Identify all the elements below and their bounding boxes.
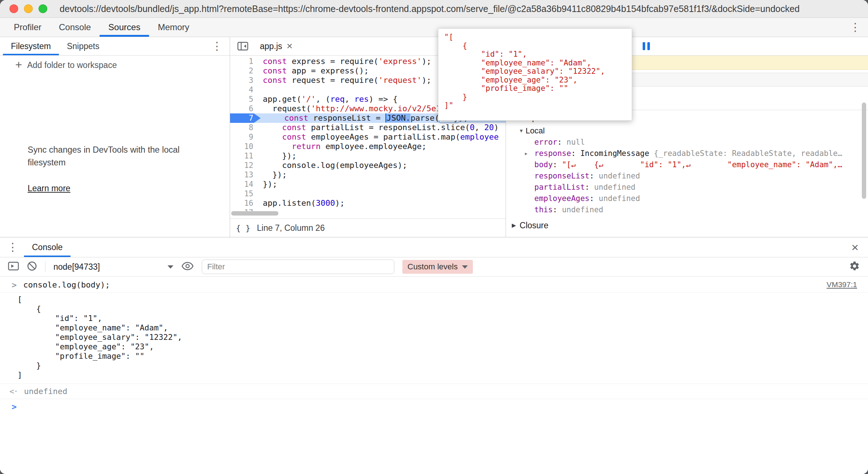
navigator-more-icon[interactable]: ⋮ xyxy=(204,41,230,52)
line-number[interactable]: 6 xyxy=(230,104,258,113)
execution-context-select[interactable]: node[94733] xyxy=(53,262,173,272)
code-line[interactable]: 13 }); xyxy=(230,170,506,180)
line-number[interactable]: 2 xyxy=(230,66,258,76)
code-text xyxy=(258,189,263,198)
console-result-entry[interactable]: <· undefined xyxy=(0,384,868,399)
scope-property-this[interactable]: this: undefined xyxy=(506,204,868,216)
console-messages[interactable]: > console.log(body); VM397:1 [ { "id": "… xyxy=(0,277,868,474)
chevron-right-icon[interactable]: ▸ xyxy=(525,148,527,159)
scope-property-body[interactable]: body: "[↵ {↵ "id": "1",↵ "employee_name"… xyxy=(506,159,868,170)
drawer-menu-icon[interactable]: ⋮ xyxy=(0,242,24,253)
navigator-tab-snippets[interactable]: Snippets xyxy=(59,37,108,55)
console-settings-gear-icon[interactable] xyxy=(849,261,860,273)
line-number[interactable]: 3 xyxy=(230,76,258,85)
line-number[interactable]: 14 xyxy=(230,180,258,189)
scope-property-employeeAges[interactable]: employeeAges: undefined xyxy=(506,193,868,204)
console-command-entry[interactable]: > console.log(body); VM397:1 xyxy=(0,277,868,293)
line-number[interactable]: 4 xyxy=(230,85,258,95)
input-chevron-icon: > xyxy=(12,280,17,290)
line-number[interactable]: 16 xyxy=(230,198,258,208)
line-number[interactable]: 9 xyxy=(230,132,258,142)
console-output-entry[interactable]: [ { "id": "1", "employee_name": "Adam", … xyxy=(0,293,868,384)
code-text: app.listen(3000); xyxy=(258,198,345,208)
code-text: const partialList = responseList.slice(0… xyxy=(258,123,499,132)
property-name: response xyxy=(534,149,571,158)
code-line[interactable]: 9 const employeeAges = partialList.map(e… xyxy=(230,132,506,142)
scope-property-responseList[interactable]: responseList: undefined xyxy=(506,170,868,182)
eye-icon[interactable] xyxy=(181,262,194,272)
toggle-navigator-icon[interactable] xyxy=(234,42,251,51)
code-line[interactable]: 15 xyxy=(230,189,506,198)
tab-console[interactable]: Console xyxy=(24,237,71,257)
code-line[interactable]: 16app.listen(3000); xyxy=(230,198,506,208)
property-value: undefined xyxy=(599,172,640,180)
line-number[interactable]: 12 xyxy=(230,161,258,170)
variable-value-tooltip: "[ { "id": "1", "employee_name": "Adam",… xyxy=(438,28,632,121)
code-line[interactable]: 11 }); xyxy=(230,151,506,161)
clear-console-icon[interactable] xyxy=(27,261,37,273)
property-value: undefined xyxy=(562,205,603,214)
minimize-window-button[interactable] xyxy=(24,4,33,13)
add-folder-button[interactable]: + Add folder to workspace xyxy=(0,56,230,75)
log-levels-label: Custom levels xyxy=(407,262,458,272)
scope-local-header[interactable]: ▾ Local xyxy=(506,125,868,137)
code-text: }); xyxy=(258,170,287,180)
console-sidebar-toggle-icon[interactable] xyxy=(8,261,19,272)
panel-tab-bar: ProfilerConsoleSourcesMemory ⋮ xyxy=(0,18,868,37)
code-line[interactable]: 10 return employee.employeeAge; xyxy=(230,142,506,151)
filter-input[interactable] xyxy=(202,260,394,274)
code-line[interactable]: 12 console.log(employeeAges); xyxy=(230,161,506,170)
scope-closure-header[interactable]: ▶ Closure xyxy=(506,218,868,232)
scope-property-partialList[interactable]: partialList: undefined xyxy=(506,182,868,193)
property-class: IncomingMessage xyxy=(580,149,654,158)
log-levels-dropdown[interactable]: Custom levels xyxy=(402,260,473,274)
close-tab-icon[interactable]: × xyxy=(286,41,292,51)
more-options-icon[interactable]: ⋮ xyxy=(843,22,868,33)
scope-property-response[interactable]: ▸response: IncomingMessage {_readableSta… xyxy=(506,148,868,159)
code-line[interactable]: 8 const partialList = responseList.slice… xyxy=(230,123,506,132)
chevron-right-icon: ▶ xyxy=(512,222,516,229)
property-name: partialList xyxy=(534,183,585,192)
navigator-tabbar: FilesystemSnippets ⋮ xyxy=(0,37,230,56)
titlebar: devtools://devtools/bundled/js_app.html?… xyxy=(0,0,868,18)
code-text: }); xyxy=(258,151,297,161)
console-prompt[interactable]: > xyxy=(0,399,868,416)
editor-tab-appjs[interactable]: app.js × xyxy=(253,37,299,55)
window-title-url: devtools://devtools/bundled/js_app.html?… xyxy=(60,4,800,14)
source-link[interactable]: VM397:1 xyxy=(827,280,857,289)
sync-message: Sync changes in DevTools with the local … xyxy=(28,144,184,169)
property-name: this xyxy=(534,205,553,214)
close-drawer-icon[interactable]: × xyxy=(842,241,868,253)
tab-profiler[interactable]: Profiler xyxy=(5,18,50,37)
pretty-print-icon[interactable]: { } xyxy=(236,224,250,233)
line-number[interactable]: 1 xyxy=(230,57,258,66)
code-text: const request = require('request'); xyxy=(258,76,431,85)
tab-memory[interactable]: Memory xyxy=(149,18,198,37)
zoom-window-button[interactable] xyxy=(39,4,47,13)
chevron-down-icon xyxy=(462,265,468,269)
line-number[interactable]: 15 xyxy=(230,189,258,198)
scope-property-error[interactable]: error: null xyxy=(506,137,868,148)
line-number[interactable]: 13 xyxy=(230,170,258,180)
code-line[interactable]: 14}); xyxy=(230,180,506,189)
execution-line-marker[interactable]: 7 xyxy=(230,113,261,123)
navigator-tab-filesystem[interactable]: Filesystem xyxy=(3,37,59,55)
line-number[interactable]: 10 xyxy=(230,142,258,151)
navigator-pane: FilesystemSnippets ⋮ + Add folder to wor… xyxy=(0,37,230,237)
tab-console[interactable]: Console xyxy=(50,18,100,37)
toolbar-divider xyxy=(45,261,45,272)
learn-more-link[interactable]: Learn more xyxy=(28,184,75,193)
property-name: responseList xyxy=(534,172,590,180)
line-number[interactable]: 8 xyxy=(230,123,258,132)
code-text: const employeeAges = partialList.map(emp… xyxy=(258,132,499,142)
tab-sources[interactable]: Sources xyxy=(100,18,149,37)
pause-on-exceptions-icon[interactable] xyxy=(638,40,654,52)
add-folder-label: Add folder to workspace xyxy=(27,60,117,70)
vertical-scrollbar[interactable] xyxy=(862,103,866,199)
property-preview: {_readableState: ReadableState, readable… xyxy=(654,149,842,158)
code-text: const responseList = JSON.parse(body); xyxy=(261,113,468,123)
close-window-button[interactable] xyxy=(9,4,18,13)
line-number[interactable]: 5 xyxy=(230,95,258,104)
horizontal-scrollbar[interactable] xyxy=(231,211,278,216)
line-number[interactable]: 11 xyxy=(230,151,258,161)
